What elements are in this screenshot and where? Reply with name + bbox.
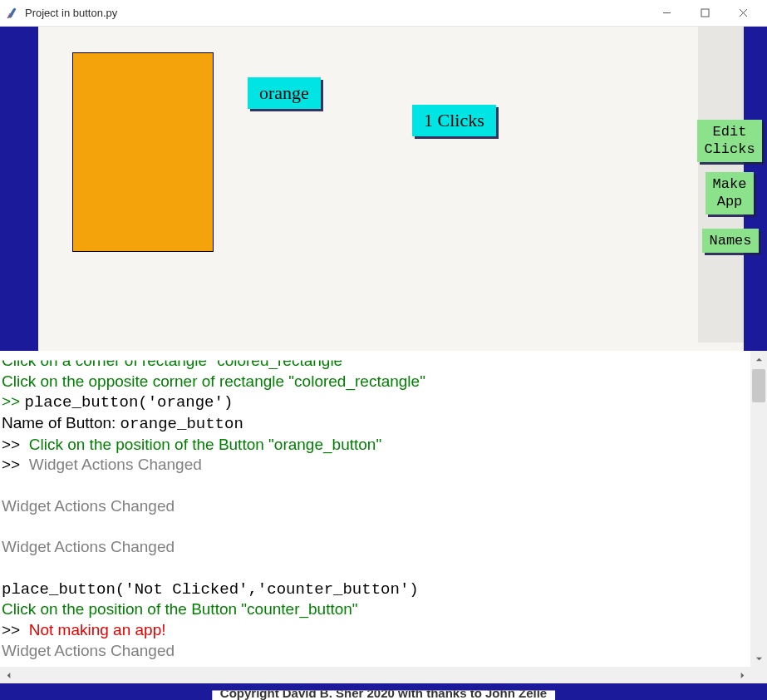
console-line [2,476,749,496]
minimize-button[interactable] [647,0,686,27]
tk-feather-icon [5,7,18,20]
edit-clicks-label: Edit Clicks [704,124,755,157]
console-segment: >> [2,436,29,453]
make-app-label: Make App [713,176,747,210]
svg-rect-1 [701,9,709,17]
console-line: >> place_button('orange') [2,392,749,413]
console-segment: place_button('orange') [24,393,233,412]
canvas-area: orange 1 Clicks Edit Clicks Make App Nam… [38,27,744,351]
horizontal-scrollbar[interactable] [0,667,750,683]
console-segment: >> [2,621,29,638]
vertical-scrollbar[interactable] [750,351,767,667]
console-segment [2,559,6,576]
console-segment: Not making an app! [29,621,166,638]
canvas-stage: orange 1 Clicks Edit Clicks Make App Nam… [0,27,767,351]
console-line [2,517,749,538]
scroll-right-button[interactable] [734,667,750,683]
console-segment: Click on a corner of rectangle "colored_… [2,352,348,369]
scroll-up-button[interactable] [750,351,767,367]
console-line: Widget Actions Changed [2,537,749,558]
maximize-button[interactable] [686,0,724,27]
console-output[interactable]: Click on a corner of rectangle "colored_… [0,351,750,667]
console-line: >> Not making an app! [2,620,749,641]
console-line: >> Widget Actions Changed [2,455,749,476]
console-segment: Widget Actions Changed [2,642,175,659]
scroll-down-button[interactable] [750,650,767,667]
titlebar: Project in button.py [0,0,767,27]
console-segment: Widget Actions Changed [29,456,202,473]
scroll-left-button[interactable] [0,667,17,683]
counter-button[interactable]: 1 Clicks [412,105,496,136]
console-wrap: Click on a corner of rectangle "colored_… [0,351,767,683]
close-button[interactable] [724,0,762,27]
console-segment: Click on the position of the Button "cou… [2,600,358,618]
orange-button[interactable]: orange [248,77,321,109]
console-line: Widget Actions Changed [2,641,749,662]
console-segment: Click on the opposite corner of rectangl… [2,372,425,390]
console-segment [2,518,6,535]
console-segment: place_button('Not Clicked','counter_butt… [2,580,419,599]
edit-clicks-button[interactable]: Edit Clicks [697,120,762,162]
names-label: Names [709,233,751,249]
console-segment: Name of Button: [2,414,120,431]
names-button[interactable]: Names [702,229,759,253]
console-segment [2,476,6,494]
colored-rectangle[interactable] [72,52,214,252]
console-segment: orange_button [120,415,243,433]
canvas-inner[interactable]: orange 1 Clicks [38,27,698,343]
console-segment: >> [2,392,24,410]
console-line: Widget Actions Changed [2,496,749,517]
console-segment: Widget Actions Changed [2,497,175,515]
console-line: Click on the position of the Button "cou… [2,599,749,620]
console-segment: >> [2,456,29,473]
console-segment: Click on the position of the Button "ora… [29,436,381,453]
console-line: place_button('Not Clicked','counter_butt… [2,579,749,600]
vscroll-thumb[interactable] [752,369,765,402]
console-line: Click on a corner of rectangle "colored_… [2,351,749,372]
window-title: Project in button.py [25,7,117,19]
console-line: Click on the opposite corner of rectangl… [2,372,749,392]
make-app-button[interactable]: Make App [706,172,754,214]
scroll-corner [750,667,767,683]
blue-strip-left [0,27,38,351]
console-segment: Widget Actions Changed [2,538,175,555]
console-line [2,558,749,579]
console-line: >> Click on the position of the Button "… [2,435,749,456]
console-line: Name of Button: orange_button [2,413,749,435]
